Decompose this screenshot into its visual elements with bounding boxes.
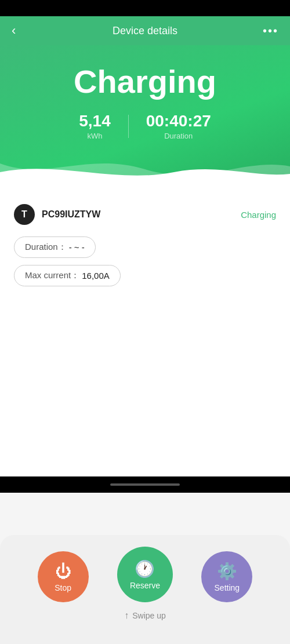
reserve-clock-icon: 🕐 <box>135 559 155 578</box>
max-current-value: 16,00A <box>82 271 110 281</box>
setting-button[interactable]: ⚙️ Setting <box>201 551 252 602</box>
indicator-line <box>110 483 180 486</box>
header: ‹ Device details ••• <box>0 16 290 45</box>
device-id: PC99IUZTYW <box>42 209 100 220</box>
device-icon: T <box>14 204 35 225</box>
stop-power-icon: ⏻ <box>55 562 71 581</box>
hero-section: Charging 5,14 kWh 00:40:27 Duration <box>0 45 290 187</box>
reserve-action[interactable]: 🕐 Reserve <box>117 547 173 602</box>
wave-decoration <box>0 152 290 187</box>
hero-stats: 5,14 kWh 00:40:27 Duration <box>12 112 278 140</box>
bottom-indicator <box>0 476 290 493</box>
hero-status-text: Charging <box>12 63 278 100</box>
status-bar <box>0 0 290 16</box>
main-content: T PC99IUZTYW Charging Duration： - ~ - Ma… <box>0 187 290 476</box>
setting-action[interactable]: ⚙️ Setting <box>201 551 252 602</box>
setting-gear-icon: ⚙️ <box>217 562 237 581</box>
reserve-button[interactable]: 🕐 Reserve <box>117 547 173 602</box>
swipe-up-icon: ↑ <box>124 610 129 621</box>
stop-action[interactable]: ⏻ Stop <box>38 551 89 602</box>
duration-pill[interactable]: Duration： - ~ - <box>14 237 96 258</box>
stop-label: Stop <box>55 583 71 592</box>
stop-button[interactable]: ⏻ Stop <box>38 551 89 602</box>
stat-energy: 5,14 kWh <box>61 112 128 140</box>
more-button[interactable]: ••• <box>263 24 278 38</box>
setting-label: Setting <box>215 583 240 592</box>
duration-label: Duration <box>146 132 211 140</box>
device-status-badge: Charging <box>241 210 276 220</box>
bottom-action-bar: ⏻ Stop 🕐 Reserve ⚙️ Setting ↑ Swipe up <box>0 535 290 644</box>
energy-label: kWh <box>79 132 111 140</box>
duration-value: 00:40:27 <box>146 112 211 130</box>
stat-duration: 00:40:27 Duration <box>129 112 229 140</box>
swipe-up-text: Swipe up <box>132 611 166 620</box>
device-info: T PC99IUZTYW <box>14 204 100 225</box>
swipe-up-hint: ↑ Swipe up <box>0 610 290 621</box>
max-current-label: Max current： <box>25 270 79 281</box>
duration-pill-value: - ~ - <box>69 242 85 252</box>
reserve-label: Reserve <box>130 581 160 590</box>
max-current-pill[interactable]: Max current： 16,00A <box>14 265 121 286</box>
device-icon-letter: T <box>21 209 27 220</box>
action-buttons-row: ⏻ Stop 🕐 Reserve ⚙️ Setting <box>0 547 290 602</box>
device-row: T PC99IUZTYW Charging <box>14 204 276 225</box>
page-title: Device details <box>113 25 177 37</box>
energy-value: 5,14 <box>79 112 111 130</box>
back-button[interactable]: ‹ <box>12 23 16 38</box>
duration-pill-label: Duration： <box>25 242 67 253</box>
